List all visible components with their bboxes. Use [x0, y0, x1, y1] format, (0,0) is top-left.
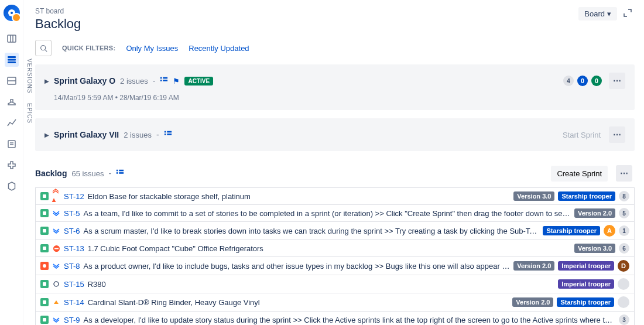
issue-row[interactable]: ST-9As a developer, I'd like to update s…: [35, 311, 635, 325]
inprogress-stat: 0: [577, 76, 588, 86]
epic-tag[interactable]: Imperial trooper: [558, 279, 614, 289]
svg-rect-19: [167, 131, 172, 132]
issue-type-icon: [40, 227, 49, 235]
svg-rect-20: [165, 134, 166, 135]
sprint-menu-button[interactable]: ⋯: [609, 126, 625, 143]
issue-row[interactable]: ST-5As a team, I'd like to commit to a s…: [35, 204, 635, 221]
expand-sprint-icon[interactable]: ▶: [44, 78, 49, 84]
quick-filters-label: QUICK FILTERS:: [62, 45, 115, 52]
issue-key[interactable]: ST-14: [64, 298, 84, 307]
assignee-avatar[interactable]: [618, 278, 629, 290]
issue-type-icon: [40, 316, 49, 324]
issue-key[interactable]: ST-5: [64, 209, 80, 218]
svg-rect-24: [117, 172, 118, 174]
priority-icon: [52, 316, 60, 324]
epic-tag[interactable]: Starship trooper: [558, 191, 615, 201]
svg-rect-22: [117, 169, 118, 171]
app-logo-icon[interactable]: [4, 5, 20, 21]
issue-row[interactable]: ST-6As a scrum master, I'd like to break…: [35, 221, 635, 240]
issue-key[interactable]: ST-15: [64, 280, 84, 289]
svg-point-12: [40, 45, 45, 50]
svg-marker-11: [8, 182, 15, 190]
assignee-avatar[interactable]: A: [604, 225, 615, 237]
nav-settings-icon[interactable]: [5, 179, 19, 193]
estimate-badge: 8: [619, 191, 629, 201]
backlog-menu-button[interactable]: ⋯: [616, 165, 632, 182]
issue-row[interactable]: ST-131.7 Cubic Foot Compact "Cube" Offic…: [35, 240, 635, 256]
backlog-small-icon[interactable]: [160, 76, 168, 86]
sprint-dates: 14/Mar/19 5:59 AM • 28/Mar/19 6:19 AM: [44, 94, 625, 102]
issue-type-icon: [40, 280, 49, 288]
breadcrumb[interactable]: ST board: [35, 7, 81, 15]
search-input[interactable]: [35, 40, 52, 56]
epic-tag[interactable]: Starship trooper: [557, 297, 614, 307]
svg-rect-3: [8, 56, 16, 58]
nav-addon-icon[interactable]: [5, 158, 19, 172]
issue-row[interactable]: ST-14Cardinal Slant-D® Ring Binder, Heav…: [35, 293, 635, 311]
issue-key[interactable]: ST-12: [64, 192, 84, 201]
issue-row[interactable]: ST-8As a product owner, I'd like to incl…: [35, 256, 635, 275]
issue-row[interactable]: ▴ST-12Eldon Base for stackable storage s…: [35, 187, 635, 204]
nav-sprints-icon[interactable]: [5, 74, 19, 88]
estimate-badge: 5: [619, 208, 629, 218]
expand-sprint-icon[interactable]: ▶: [44, 132, 49, 138]
svg-rect-25: [119, 172, 124, 174]
issue-summary: Eldon Base for stackable storage shelf, …: [88, 192, 511, 201]
priority-icon: [52, 227, 60, 235]
svg-rect-16: [160, 80, 162, 81]
svg-point-28: [54, 282, 59, 286]
sprint-galaxy-vii: ▶ Sprint Galaxy VII 2 issues - Start Spr…: [35, 118, 635, 151]
chevron-down-icon: ▾: [607, 9, 611, 18]
fullscreen-icon[interactable]: [623, 8, 632, 19]
svg-rect-8: [8, 141, 15, 148]
create-sprint-button[interactable]: Create Sprint: [551, 166, 608, 182]
issue-type-icon: [40, 192, 49, 200]
version-tag[interactable]: Version 3.0: [574, 244, 615, 253]
epics-tab-label[interactable]: EPICS: [26, 103, 33, 124]
flag-icon[interactable]: ⚑: [173, 77, 180, 85]
side-tabs[interactable]: VERSIONS EPICS: [23, 0, 35, 325]
assignee-avatar[interactable]: D: [618, 260, 629, 272]
start-sprint-button[interactable]: Start Sprint: [563, 131, 601, 139]
nav-pages-icon[interactable]: [5, 137, 19, 151]
assignee-avatar[interactable]: [618, 296, 629, 308]
version-tag[interactable]: Version 2.0: [513, 261, 554, 271]
svg-rect-14: [160, 77, 162, 78]
sprint-menu-button[interactable]: ⋯: [609, 73, 625, 89]
nav-boards-icon[interactable]: [5, 32, 19, 46]
nav-reports-icon[interactable]: [5, 116, 19, 130]
toolbar: ST board Backlog Board ▾: [35, 0, 644, 32]
svg-rect-23: [119, 169, 124, 171]
issue-list: ▴ST-12Eldon Base for stackable storage s…: [35, 187, 635, 325]
sprint-name: Sprint Galaxy O: [54, 76, 115, 85]
versions-tab-label[interactable]: VERSIONS: [26, 59, 33, 94]
board-dropdown[interactable]: Board ▾: [578, 7, 617, 20]
nav-ship-icon[interactable]: [5, 95, 19, 109]
backlog-small-icon[interactable]: [116, 169, 124, 179]
issue-row[interactable]: ST-15R380Imperial trooper: [35, 275, 635, 293]
issue-key[interactable]: ST-8: [64, 262, 80, 271]
issue-type-icon: [40, 209, 49, 217]
svg-rect-5: [8, 61, 16, 63]
version-tag[interactable]: Version 2.0: [512, 297, 553, 307]
filter-my-issues[interactable]: Only My Issues: [126, 44, 178, 53]
backlog-small-icon[interactable]: [164, 130, 172, 140]
sprint-count: 2 issues: [120, 77, 148, 85]
epic-tag[interactable]: Starship trooper: [543, 226, 600, 235]
issue-key[interactable]: ST-9: [64, 316, 80, 324]
svg-line-13: [44, 49, 46, 51]
priority-icon: [52, 280, 60, 288]
issue-key[interactable]: ST-13: [64, 244, 84, 253]
version-tag[interactable]: Version 2.0: [574, 208, 615, 218]
nav-backlog-icon[interactable]: [5, 53, 19, 67]
priority-icon: [52, 244, 60, 252]
issue-summary: Cardinal Slant-D® Ring Binder, Heavy Gau…: [88, 298, 509, 307]
issue-key[interactable]: ST-6: [64, 227, 80, 235]
left-nav[interactable]: [0, 0, 23, 325]
svg-rect-27: [54, 248, 59, 249]
epic-tag[interactable]: Imperial trooper: [558, 261, 614, 271]
filter-recent[interactable]: Recently Updated: [189, 44, 249, 53]
issue-summary: As a team, I'd like to commit to a set o…: [83, 209, 570, 218]
version-tag[interactable]: Version 3.0: [513, 191, 554, 201]
estimate-badge: 3: [619, 314, 629, 325]
